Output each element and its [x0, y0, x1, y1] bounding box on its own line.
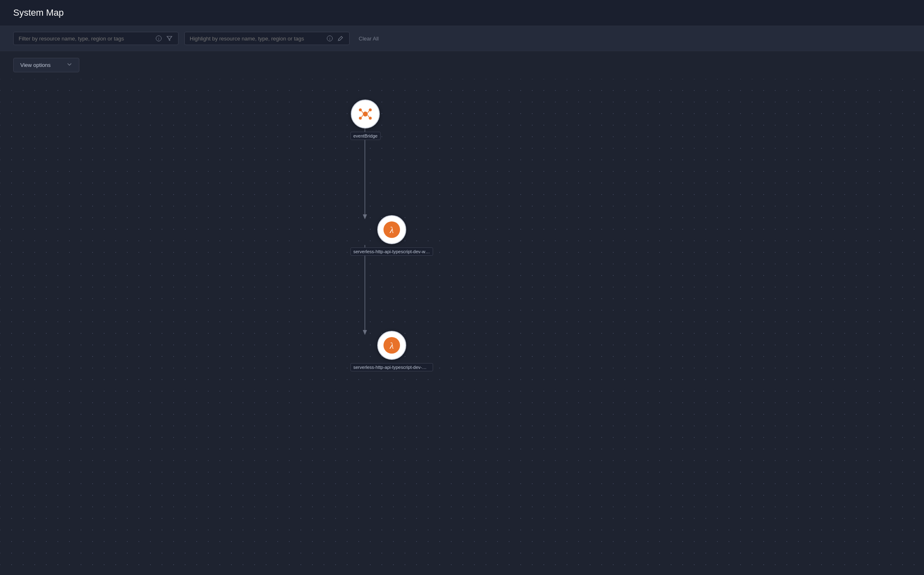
view-options-label: View options: [20, 62, 50, 68]
node-lambda1[interactable]: λ serverless-http-api-typescript-dev-war…: [350, 215, 433, 256]
filter-info-icon[interactable]: i: [155, 35, 162, 42]
page-header: System Map: [0, 0, 924, 26]
svg-point-8: [363, 112, 368, 116]
view-options-button[interactable]: View options: [13, 58, 79, 72]
svg-text:λ: λ: [389, 340, 394, 351]
svg-line-13: [362, 111, 363, 113]
system-map-canvas[interactable]: eventBridge λ serverless-http-api-typesc…: [0, 79, 924, 575]
node-circle-eventbridge: [351, 100, 380, 128]
highlight-input[interactable]: [190, 36, 323, 42]
svg-line-16: [368, 115, 369, 117]
edges-svg: [0, 79, 924, 575]
svg-point-12: [369, 117, 372, 120]
clear-all-button[interactable]: Clear All: [359, 36, 379, 42]
svg-point-10: [369, 109, 372, 112]
node-label-lambda1: serverless-http-api-typescript-dev-warmu…: [350, 247, 433, 256]
node-circle-lambda1: λ: [377, 215, 406, 244]
svg-line-15: [362, 115, 363, 117]
svg-text:λ: λ: [389, 225, 394, 235]
svg-text:i: i: [329, 37, 330, 41]
svg-text:i: i: [158, 37, 159, 41]
toolbar: i i Clear All: [0, 26, 924, 51]
highlight-input-wrap: i: [184, 32, 350, 45]
highlight-info-icon[interactable]: i: [326, 35, 333, 42]
svg-point-11: [359, 117, 362, 120]
node-eventbridge[interactable]: eventBridge: [350, 100, 381, 140]
node-label-eventbridge: eventBridge: [350, 132, 381, 140]
node-label-lambda2: serverless-http-api-typescript-dev-myImp…: [350, 363, 433, 371]
filter-funnel-icon[interactable]: [166, 35, 173, 42]
filter-input[interactable]: [19, 36, 152, 42]
chevron-down-icon: [67, 62, 72, 69]
filter-input-wrap: i: [13, 32, 179, 45]
node-circle-lambda2: λ: [377, 331, 406, 360]
svg-line-14: [368, 111, 369, 113]
page-title: System Map: [13, 7, 64, 18]
highlight-brush-icon[interactable]: [337, 35, 344, 42]
node-lambda2[interactable]: λ serverless-http-api-typescript-dev-myI…: [350, 331, 433, 371]
svg-point-9: [359, 109, 362, 112]
view-options-bar: View options: [0, 51, 924, 79]
